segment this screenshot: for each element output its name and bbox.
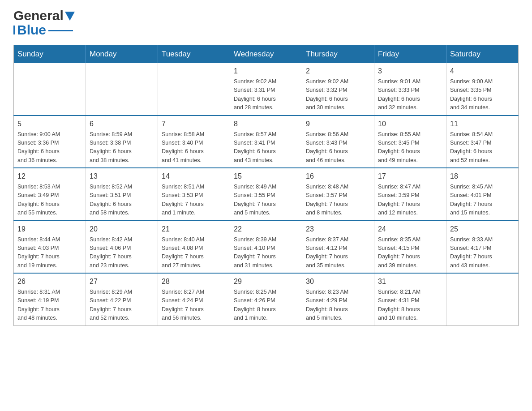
day-cell: 18Sunrise: 8:45 AMSunset: 4:01 PMDayligh… [446, 168, 519, 221]
day-cell: 5Sunrise: 9:00 AMSunset: 3:36 PMDaylight… [14, 116, 86, 168]
col-header-monday: Monday [86, 45, 158, 64]
week-row-4: 26Sunrise: 8:31 AMSunset: 4:19 PMDayligh… [14, 273, 519, 325]
day-info: Sunrise: 9:01 AMSunset: 3:33 PMDaylight:… [378, 77, 442, 112]
logo-arrow-icon [65, 12, 75, 21]
calendar-header: SundayMondayTuesdayWednesdayThursdayFrid… [14, 45, 519, 64]
day-info: Sunrise: 8:59 AMSunset: 3:38 PMDaylight:… [90, 130, 154, 165]
day-info: Sunrise: 9:00 AMSunset: 3:36 PMDaylight:… [17, 130, 82, 165]
day-info: Sunrise: 8:53 AMSunset: 3:49 PMDaylight:… [17, 183, 82, 218]
week-row-0: 1Sunrise: 9:02 AMSunset: 3:31 PMDaylight… [14, 63, 519, 116]
day-number: 5 [17, 119, 82, 129]
day-info: Sunrise: 8:25 AMSunset: 4:26 PMDaylight:… [234, 288, 298, 323]
day-cell: 28Sunrise: 8:27 AMSunset: 4:24 PMDayligh… [158, 273, 230, 325]
day-cell: 9Sunrise: 8:56 AMSunset: 3:43 PMDaylight… [302, 116, 374, 168]
day-cell: 31Sunrise: 8:21 AMSunset: 4:31 PMDayligh… [374, 273, 446, 325]
day-cell: 25Sunrise: 8:33 AMSunset: 4:17 PMDayligh… [446, 221, 519, 274]
day-number: 22 [234, 224, 298, 235]
day-cell: 24Sunrise: 8:35 AMSunset: 4:15 PMDayligh… [374, 221, 446, 274]
day-cell: 23Sunrise: 8:37 AMSunset: 4:12 PMDayligh… [302, 221, 374, 274]
day-number: 23 [306, 224, 370, 235]
day-number: 9 [306, 119, 370, 129]
col-header-thursday: Thursday [302, 45, 374, 64]
day-info: Sunrise: 8:33 AMSunset: 4:17 PMDaylight:… [450, 235, 515, 270]
day-info: Sunrise: 8:51 AMSunset: 3:53 PMDaylight:… [162, 183, 226, 218]
day-cell: 6Sunrise: 8:59 AMSunset: 3:38 PMDaylight… [86, 116, 158, 168]
day-number: 13 [90, 171, 154, 182]
day-cell [86, 63, 158, 116]
day-info: Sunrise: 8:31 AMSunset: 4:19 PMDaylight:… [17, 288, 82, 323]
day-info: Sunrise: 8:47 AMSunset: 3:59 PMDaylight:… [378, 183, 442, 218]
page-header: General Blue [13, 9, 519, 38]
day-cell: 21Sunrise: 8:40 AMSunset: 4:08 PMDayligh… [158, 221, 230, 274]
day-info: Sunrise: 8:21 AMSunset: 4:31 PMDaylight:… [378, 288, 442, 323]
day-cell: 12Sunrise: 8:53 AMSunset: 3:49 PMDayligh… [14, 168, 86, 221]
day-number: 29 [234, 276, 298, 287]
day-cell: 7Sunrise: 8:58 AMSunset: 3:40 PMDaylight… [158, 116, 230, 168]
week-row-1: 5Sunrise: 9:00 AMSunset: 3:36 PMDaylight… [14, 116, 519, 168]
day-info: Sunrise: 8:48 AMSunset: 3:57 PMDaylight:… [306, 183, 370, 218]
day-cell: 20Sunrise: 8:42 AMSunset: 4:06 PMDayligh… [86, 221, 158, 274]
day-number: 16 [306, 171, 370, 182]
day-info: Sunrise: 8:35 AMSunset: 4:15 PMDaylight:… [378, 235, 442, 270]
day-cell: 4Sunrise: 9:00 AMSunset: 3:35 PMDaylight… [446, 63, 519, 116]
day-number: 15 [234, 171, 298, 182]
day-info: Sunrise: 8:58 AMSunset: 3:40 PMDaylight:… [162, 130, 226, 165]
day-cell: 2Sunrise: 9:02 AMSunset: 3:32 PMDaylight… [302, 63, 374, 116]
day-info: Sunrise: 8:42 AMSunset: 4:06 PMDaylight:… [90, 235, 154, 270]
day-cell: 3Sunrise: 9:01 AMSunset: 3:33 PMDaylight… [374, 63, 446, 116]
day-number: 26 [17, 276, 82, 287]
day-number: 25 [450, 224, 515, 235]
day-number: 12 [17, 171, 82, 182]
day-number: 11 [450, 119, 515, 129]
day-cell: 27Sunrise: 8:29 AMSunset: 4:22 PMDayligh… [86, 273, 158, 325]
day-cell [14, 63, 86, 116]
day-cell: 10Sunrise: 8:55 AMSunset: 3:45 PMDayligh… [374, 116, 446, 168]
day-cell: 1Sunrise: 9:02 AMSunset: 3:31 PMDaylight… [230, 63, 302, 116]
day-number: 2 [306, 66, 370, 77]
col-header-tuesday: Tuesday [158, 45, 230, 64]
col-header-wednesday: Wednesday [230, 45, 302, 64]
day-cell: 22Sunrise: 8:39 AMSunset: 4:10 PMDayligh… [230, 221, 302, 274]
day-info: Sunrise: 8:45 AMSunset: 4:01 PMDaylight:… [450, 183, 515, 218]
day-number: 10 [378, 119, 442, 129]
week-row-2: 12Sunrise: 8:53 AMSunset: 3:49 PMDayligh… [14, 168, 519, 221]
day-number: 4 [450, 66, 515, 77]
day-info: Sunrise: 8:27 AMSunset: 4:24 PMDaylight:… [162, 288, 226, 323]
svg-marker-0 [65, 12, 75, 21]
logo-underline [48, 30, 73, 31]
day-number: 28 [162, 276, 226, 287]
logo: General Blue [13, 9, 75, 38]
day-info: Sunrise: 8:57 AMSunset: 3:41 PMDaylight:… [234, 130, 298, 165]
day-number: 24 [378, 224, 442, 235]
week-row-3: 19Sunrise: 8:44 AMSunset: 4:03 PMDayligh… [14, 221, 519, 274]
day-info: Sunrise: 8:40 AMSunset: 4:08 PMDaylight:… [162, 235, 226, 270]
day-cell: 13Sunrise: 8:52 AMSunset: 3:51 PMDayligh… [86, 168, 158, 221]
day-number: 20 [90, 224, 154, 235]
day-cell [446, 273, 519, 325]
day-number: 3 [378, 66, 442, 77]
day-info: Sunrise: 8:56 AMSunset: 3:43 PMDaylight:… [306, 130, 370, 165]
day-info: Sunrise: 8:23 AMSunset: 4:29 PMDaylight:… [306, 288, 370, 323]
day-number: 18 [450, 171, 515, 182]
day-cell: 30Sunrise: 8:23 AMSunset: 4:29 PMDayligh… [302, 273, 374, 325]
day-number: 7 [162, 119, 226, 129]
day-number: 17 [378, 171, 442, 182]
day-info: Sunrise: 8:54 AMSunset: 3:47 PMDaylight:… [450, 130, 515, 165]
day-info: Sunrise: 8:49 AMSunset: 3:55 PMDaylight:… [234, 183, 298, 218]
col-header-sunday: Sunday [14, 45, 86, 64]
calendar-table: SundayMondayTuesdayWednesdayThursdayFrid… [13, 45, 519, 326]
calendar-body: 1Sunrise: 9:02 AMSunset: 3:31 PMDaylight… [14, 63, 519, 325]
day-info: Sunrise: 8:44 AMSunset: 4:03 PMDaylight:… [17, 235, 82, 270]
day-cell: 17Sunrise: 8:47 AMSunset: 3:59 PMDayligh… [374, 168, 446, 221]
day-cell: 29Sunrise: 8:25 AMSunset: 4:26 PMDayligh… [230, 273, 302, 325]
col-header-saturday: Saturday [446, 45, 519, 64]
day-info: Sunrise: 8:39 AMSunset: 4:10 PMDaylight:… [234, 235, 298, 270]
logo-blue-label: Blue [15, 22, 46, 38]
day-info: Sunrise: 9:02 AMSunset: 3:32 PMDaylight:… [306, 77, 370, 112]
day-number: 6 [90, 119, 154, 129]
day-cell: 8Sunrise: 8:57 AMSunset: 3:41 PMDaylight… [230, 116, 302, 168]
col-header-friday: Friday [374, 45, 446, 64]
day-number: 1 [234, 66, 298, 77]
day-number: 14 [162, 171, 226, 182]
day-cell: 14Sunrise: 8:51 AMSunset: 3:53 PMDayligh… [158, 168, 230, 221]
